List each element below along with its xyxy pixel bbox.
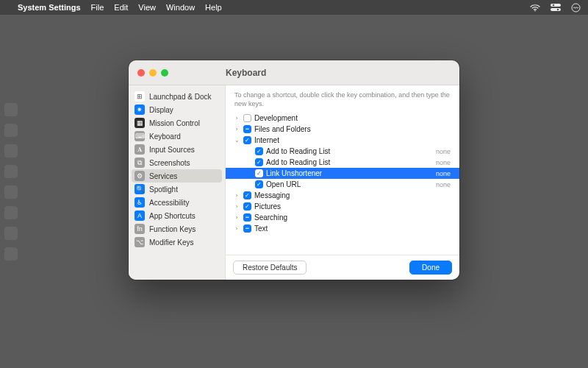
sidebar-item-screenshots[interactable]: ⧉Screenshots	[129, 156, 225, 169]
menubar-view[interactable]: View	[138, 3, 156, 12]
service-shortcut[interactable]: none	[436, 148, 452, 155]
disclosure-chevron-icon[interactable]: ›	[233, 225, 240, 232]
sidebar-item-label: Spotlight	[149, 185, 178, 194]
service-item-row[interactable]: Open URLnone	[226, 179, 459, 190]
service-label: Pictures	[254, 202, 452, 210]
close-button[interactable]	[137, 69, 145, 77]
disclosure-chevron-icon[interactable]: ›	[233, 203, 240, 210]
menubar-edit[interactable]: Edit	[114, 3, 128, 12]
sidebar-item-modifier[interactable]: ⌥Modifier Keys	[129, 236, 225, 249]
sidebar-item-launchpad[interactable]: ⊞Launchpad & Dock	[129, 90, 225, 103]
service-checkbox[interactable]	[255, 169, 263, 177]
svg-rect-1	[551, 4, 561, 7]
sidebar-item-mission[interactable]: ▦Mission Control	[129, 116, 225, 130]
service-checkbox[interactable]	[243, 224, 251, 233]
service-group-row[interactable]: ›Files and Folders	[226, 124, 459, 135]
service-label: Messaging	[254, 191, 452, 199]
sidebar-item-spotlight[interactable]: 🔍Spotlight	[129, 183, 225, 196]
mission-icon: ▦	[135, 118, 145, 128]
service-group-row[interactable]: ›Text	[226, 223, 459, 234]
service-group-row[interactable]: ›Development	[226, 113, 459, 124]
disclosure-chevron-icon[interactable]: ›	[233, 126, 240, 132]
input-icon: 𝐀	[135, 144, 145, 155]
sidebar-item-label: Modifier Keys	[149, 238, 194, 247]
service-item-row[interactable]: Link Unshortenernone	[226, 168, 459, 179]
svg-rect-2	[551, 8, 561, 11]
service-label: Add to Reading List	[266, 147, 433, 155]
siri-icon[interactable]	[571, 3, 581, 13]
disclosure-chevron-icon[interactable]: ›	[233, 115, 240, 121]
service-group-row[interactable]: ›Pictures	[226, 201, 459, 212]
service-group-row[interactable]: ›Searching	[226, 212, 459, 223]
sidebar-item-label: Services	[149, 172, 177, 180]
service-checkbox[interactable]	[255, 147, 263, 155]
service-label: Files and Folders	[254, 125, 452, 133]
sidebar-item-label: Mission Control	[149, 119, 200, 127]
service-group-row[interactable]: ⌄Internet	[226, 135, 459, 146]
svg-point-4	[557, 9, 559, 11]
fn-icon: fn	[135, 224, 145, 234]
service-checkbox[interactable]	[243, 136, 251, 144]
screenshots-icon: ⧉	[135, 158, 145, 168]
done-button[interactable]: Done	[409, 261, 452, 275]
sidebar-item-appshort[interactable]: AApp Shortcuts	[129, 209, 225, 222]
wifi-icon[interactable]	[530, 4, 540, 12]
service-shortcut[interactable]: none	[436, 181, 452, 188]
sidebar-item-input[interactable]: 𝐀Input Sources	[129, 143, 225, 156]
service-checkbox[interactable]	[243, 202, 251, 210]
menubar-app[interactable]: System Settings	[18, 3, 81, 12]
hint-text: To change a shortcut, double click the k…	[226, 85, 459, 113]
display-icon: ✷	[135, 105, 145, 115]
service-group-row[interactable]: ›Messaging	[226, 190, 459, 201]
sidebar-item-keyboard[interactable]: ⌨Keyboard	[129, 130, 225, 143]
service-checkbox[interactable]	[255, 158, 263, 166]
restore-defaults-button[interactable]: Restore Defaults	[233, 261, 306, 275]
sidebar-item-fn[interactable]: fnFunction Keys	[129, 222, 225, 236]
svg-point-3	[553, 4, 555, 7]
service-item-row[interactable]: Add to Reading Listnone	[226, 146, 459, 157]
service-shortcut[interactable]: none	[436, 170, 452, 177]
keyboard-settings-window: Keyboard ⊞Launchpad & Dock✷Display▦Missi…	[129, 60, 459, 280]
sidebar-item-label: Display	[149, 106, 173, 114]
sidebar-item-label: App Shortcuts	[149, 212, 196, 220]
menubar-file[interactable]: File	[91, 3, 104, 12]
service-checkbox[interactable]	[243, 213, 251, 222]
shortcuts-sidebar[interactable]: ⊞Launchpad & Dock✷Display▦Mission Contro…	[129, 85, 226, 280]
accessibility-icon: ♿︎	[135, 197, 145, 208]
window-titlebar[interactable]: Keyboard	[129, 60, 459, 85]
sidebar-item-services[interactable]: ⚙Services	[132, 169, 222, 183]
modifier-icon: ⌥	[135, 237, 145, 247]
sidebar-item-accessibility[interactable]: ♿︎Accessibility	[129, 196, 225, 209]
services-icon: ⚙	[135, 171, 145, 181]
service-item-row[interactable]: Add to Reading Listnone	[226, 157, 459, 168]
control-center-icon[interactable]	[551, 4, 561, 11]
service-label: Text	[254, 224, 452, 233]
menubar-window[interactable]: Window	[166, 3, 195, 12]
service-checkbox[interactable]	[243, 114, 251, 122]
service-checkbox[interactable]	[243, 125, 251, 133]
sidebar-item-label: Keyboard	[149, 132, 181, 141]
sheet-footer: Restore Defaults Done	[226, 255, 459, 280]
svg-point-0	[534, 10, 536, 11]
menu-bar: System Settings File Edit View Window He…	[0, 0, 588, 15]
menubar-help[interactable]: Help	[205, 3, 222, 12]
service-checkbox[interactable]	[255, 180, 263, 188]
sidebar-item-display[interactable]: ✷Display	[129, 103, 225, 116]
services-list[interactable]: ›Development›Files and Folders⌄InternetA…	[226, 113, 459, 255]
sidebar-item-label: Accessibility	[149, 199, 189, 207]
disclosure-chevron-icon[interactable]: ⌄	[233, 137, 240, 144]
appshort-icon: A	[135, 210, 145, 221]
service-shortcut[interactable]: none	[436, 159, 452, 166]
service-checkbox[interactable]	[243, 191, 251, 199]
sidebar-item-label: Input Sources	[149, 146, 195, 154]
zoom-button[interactable]	[161, 69, 168, 77]
background-app-icons	[4, 103, 18, 261]
disclosure-chevron-icon[interactable]: ›	[233, 214, 240, 221]
disclosure-chevron-icon[interactable]: ›	[233, 192, 240, 199]
window-title: Keyboard	[226, 68, 266, 78]
sidebar-item-label: Launchpad & Dock	[149, 93, 212, 101]
minimize-button[interactable]	[149, 69, 157, 77]
service-label: Searching	[254, 213, 452, 222]
service-label: Development	[254, 114, 452, 122]
spotlight-icon: 🔍	[135, 184, 145, 194]
